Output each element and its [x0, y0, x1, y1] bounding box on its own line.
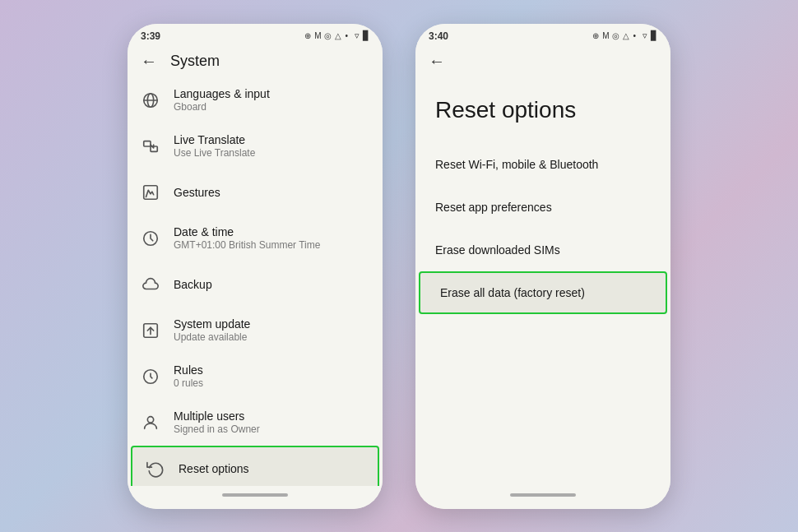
datetime-subtitle: GMT+01:00 British Summer Time	[174, 239, 320, 251]
settings-list-left: Languages & input Gboard Live Translate …	[128, 77, 383, 486]
dot-icon-r: •	[633, 31, 636, 40]
wifi-icon: ▿	[355, 30, 360, 41]
globe-icon	[141, 90, 160, 110]
reset-icon	[146, 459, 165, 479]
person-icon	[141, 413, 160, 433]
reset-item-wifi[interactable]: Reset Wi-Fi, mobile & Bluetooth	[415, 143, 670, 186]
battery-icon: ▊	[363, 30, 369, 41]
clock-icon	[141, 229, 160, 248]
reset-sims-label: Erase downloaded SIMs	[435, 243, 560, 257]
svg-point-10	[147, 416, 153, 422]
factory-reset-label: Erase all data (factory reset)	[440, 286, 585, 299]
settings-item-reset[interactable]: Reset options	[131, 446, 379, 486]
users-title: Multiple users	[174, 409, 260, 423]
status-bar-left: 3:39 ⊕ M ◎ △ • ▿ ▊	[128, 24, 383, 45]
datetime-title: Date & time	[174, 225, 320, 238]
backup-text: Backup	[174, 278, 212, 291]
update-icon	[141, 321, 160, 340]
battery-icon-r: ▊	[651, 30, 657, 41]
page-title-left: System	[170, 53, 220, 70]
nav-bar-left	[128, 486, 383, 509]
gestures-title: Gestures	[174, 186, 220, 199]
reset-page-title: Reset options	[415, 90, 670, 143]
settings-item-users[interactable]: Multiple users Signed in as Owner	[128, 400, 383, 446]
reset-title: Reset options	[179, 462, 249, 475]
languages-title: Languages & input	[174, 87, 270, 100]
translate-subtitle: Use Live Translate	[174, 147, 255, 159]
settings-item-languages[interactable]: Languages & input Gboard	[128, 77, 383, 123]
rules-title: Rules	[174, 363, 203, 377]
reset-wifi-label: Reset Wi-Fi, mobile & Bluetooth	[435, 158, 598, 171]
toolbar-left: ← System	[128, 45, 383, 77]
settings-item-rules[interactable]: Rules 0 rules	[128, 354, 383, 400]
reset-item-sims[interactable]: Erase downloaded SIMs	[415, 229, 670, 271]
settings-item-datetime[interactable]: Date & time GMT+01:00 British Summer Tim…	[128, 215, 383, 261]
dot-icon: •	[345, 31, 348, 40]
nav-bar-right	[415, 486, 670, 509]
lock-icon-r: ◎	[612, 31, 619, 40]
reset-text: Reset options	[179, 462, 249, 475]
update-text: System update Update available	[174, 317, 250, 343]
translate-title: Live Translate	[174, 133, 255, 146]
left-phone: 3:39 ⊕ M ◎ △ • ▿ ▊ ← System Languages & …	[128, 24, 383, 509]
rules-subtitle: 0 rules	[174, 377, 203, 389]
gesture-icon	[141, 183, 160, 202]
time-left: 3:39	[141, 30, 160, 42]
users-text: Multiple users Signed in as Owner	[174, 409, 260, 435]
reset-options-list: Reset options Reset Wi-Fi, mobile & Blue…	[415, 77, 670, 486]
lock-icon: ◎	[324, 31, 332, 40]
update-subtitle: Update available	[174, 331, 250, 343]
translate-text: Live Translate Use Live Translate	[174, 133, 255, 159]
time-right: 3:40	[429, 30, 448, 42]
status-icons-right: ⊕ M ◎ △ • ▿ ▊	[592, 30, 657, 41]
status-icons-left: ⊕ M ◎ △ • ▿ ▊	[304, 30, 369, 41]
svg-rect-3	[144, 141, 151, 146]
m-icon-r: M	[602, 31, 609, 40]
alert-icon-r: △	[623, 31, 629, 40]
reset-app-label: Reset app preferences	[435, 201, 552, 214]
translate-icon	[141, 136, 160, 156]
home-pill-left	[222, 493, 288, 497]
rules-icon	[141, 367, 160, 386]
status-bar-right: 3:40 ⊕ M ◎ △ • ▿ ▊	[415, 24, 670, 45]
home-pill-right	[510, 493, 576, 497]
msg-icon: ⊕	[304, 31, 311, 40]
msg-icon-r: ⊕	[592, 31, 599, 40]
wifi-icon-r: ▿	[643, 30, 647, 41]
gestures-text: Gestures	[174, 186, 220, 199]
settings-item-translate[interactable]: Live Translate Use Live Translate	[128, 123, 383, 169]
settings-item-update[interactable]: System update Update available	[128, 308, 383, 354]
users-subtitle: Signed in as Owner	[174, 423, 260, 435]
datetime-text: Date & time GMT+01:00 British Summer Tim…	[174, 225, 320, 251]
back-button-left[interactable]: ←	[141, 52, 157, 71]
cloud-icon	[141, 275, 160, 294]
settings-item-backup[interactable]: Backup	[128, 261, 383, 308]
reset-item-factory[interactable]: Erase all data (factory reset)	[419, 271, 667, 314]
m-icon: M	[314, 31, 321, 40]
rules-text: Rules 0 rules	[174, 363, 203, 389]
languages-subtitle: Gboard	[174, 101, 270, 113]
languages-text: Languages & input Gboard	[174, 87, 270, 113]
toolbar-right: ←	[415, 45, 670, 77]
backup-title: Backup	[174, 278, 212, 291]
settings-item-gestures[interactable]: Gestures	[128, 169, 383, 215]
reset-item-app[interactable]: Reset app preferences	[415, 186, 670, 229]
update-title: System update	[174, 317, 250, 331]
alert-icon: △	[335, 31, 341, 40]
right-phone: 3:40 ⊕ M ◎ △ • ▿ ▊ ← Reset options Reset…	[415, 24, 670, 509]
back-button-right[interactable]: ←	[429, 52, 445, 71]
